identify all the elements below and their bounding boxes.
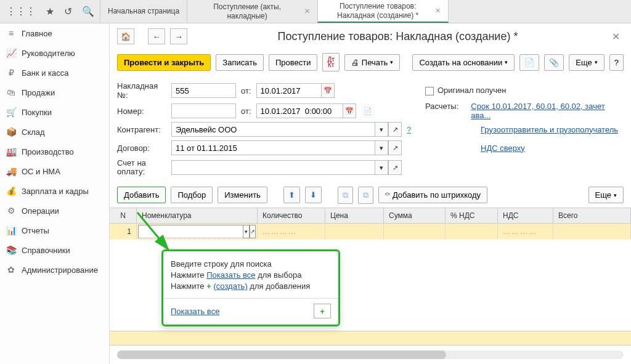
dropdown-icon[interactable]: ▾ bbox=[243, 225, 250, 238]
sidebar-item-purchases[interactable]: 🛒Покупки bbox=[0, 102, 109, 122]
counterparty-field[interactable] bbox=[171, 122, 375, 137]
edit-button[interactable]: Изменить bbox=[218, 187, 267, 203]
cell-sum[interactable] bbox=[384, 224, 446, 240]
calendar-icon[interactable]: 📅 bbox=[343, 103, 356, 118]
create-link-inline[interactable]: (создать) bbox=[213, 281, 247, 291]
contract-field[interactable] bbox=[171, 140, 375, 155]
add-row-button[interactable]: Добавить bbox=[117, 187, 166, 203]
cell-qty[interactable]: ………… bbox=[258, 224, 325, 240]
col-vat-percent[interactable]: % НДС bbox=[446, 208, 498, 223]
sidebar-label: Администрирование bbox=[22, 265, 98, 275]
print-button[interactable]: 🖨 Печать ▾ bbox=[344, 54, 401, 71]
calendar-extra-icon[interactable]: 📄 bbox=[361, 103, 375, 118]
sidebar-item-manager[interactable]: 📈Руководителю bbox=[0, 43, 109, 63]
sidebar-label: Покупки bbox=[22, 108, 52, 117]
star-icon[interactable]: ★ bbox=[46, 6, 54, 17]
number-field[interactable] bbox=[171, 103, 236, 118]
search-icon[interactable]: 🔍 bbox=[82, 6, 94, 17]
cell-vatp[interactable] bbox=[446, 224, 498, 240]
cell-nomenclature[interactable]: ▾ ↗ bbox=[137, 224, 258, 240]
apps-icon[interactable]: ⋮⋮⋮ bbox=[6, 6, 36, 17]
select-button[interactable]: Подбор bbox=[171, 187, 213, 203]
table-row[interactable]: 1 ▾ ↗ ………… ………… bbox=[110, 224, 631, 240]
col-total[interactable]: Всего bbox=[553, 208, 631, 223]
more-button[interactable]: Еще ▾ bbox=[569, 54, 604, 71]
sidebar-item-reports[interactable]: 📊Отчеты bbox=[0, 220, 109, 240]
sidebar-item-payroll[interactable]: 💰Зарплата и кадры bbox=[0, 181, 109, 201]
col-sum[interactable]: Сумма bbox=[384, 208, 446, 223]
cell-price[interactable] bbox=[325, 224, 384, 240]
history-icon[interactable]: ↺ bbox=[64, 6, 72, 17]
back-button[interactable]: ← bbox=[148, 28, 165, 44]
nomenclature-input[interactable] bbox=[138, 225, 243, 238]
tab-receipts[interactable]: Поступление (акты, накладные)✕ bbox=[187, 0, 318, 23]
vat-link[interactable]: НДС сверху bbox=[481, 144, 525, 153]
show-all-link-inline[interactable]: Показать все bbox=[206, 270, 255, 280]
invoice-date-field[interactable] bbox=[256, 83, 321, 98]
sidebar-item-sales[interactable]: 🛍Продажи bbox=[0, 83, 109, 102]
paste-button[interactable]: ⧉ bbox=[358, 187, 373, 204]
sidebar-item-assets[interactable]: 🚚ОС и НМА bbox=[0, 161, 109, 181]
help-button[interactable]: ? bbox=[609, 54, 624, 71]
dtkt-button[interactable]: ДтКт bbox=[322, 53, 339, 71]
close-form-button[interactable]: ✕ bbox=[608, 31, 624, 42]
settlements-link[interactable]: Срок 10.01.2017, 60.01, 60.02, зачет ава… bbox=[471, 102, 624, 120]
topbar-icons: ⋮⋮⋮ ★ ↺ 🔍 bbox=[0, 0, 100, 23]
col-n[interactable]: N bbox=[110, 208, 137, 223]
sidebar-item-directories[interactable]: 📚Справочники bbox=[0, 240, 109, 260]
forward-button[interactable]: → bbox=[170, 28, 187, 44]
invoice-pay-field[interactable] bbox=[171, 160, 375, 175]
dropdown-icon[interactable]: ▾ bbox=[375, 122, 388, 137]
files-button[interactable]: 📄 bbox=[519, 54, 539, 71]
cell-total[interactable] bbox=[553, 224, 631, 240]
scrollbar-thumb[interactable] bbox=[117, 350, 446, 359]
bag-icon: 🛍 bbox=[6, 87, 16, 97]
copy-button[interactable]: ⧉ bbox=[338, 187, 353, 204]
dropdown-icon[interactable]: ▾ bbox=[375, 140, 388, 155]
col-quantity[interactable]: Количество bbox=[258, 208, 325, 223]
sidebar-item-bank[interactable]: ₽Банк и касса bbox=[0, 63, 109, 83]
hscrollbar[interactable] bbox=[117, 350, 624, 359]
sidebar-label: ОС и НМА bbox=[22, 167, 60, 176]
clip-button[interactable]: 📎 bbox=[544, 54, 564, 71]
cell-vat[interactable]: ………… bbox=[498, 224, 553, 240]
sidebar-item-stock[interactable]: 📦Склад bbox=[0, 122, 109, 142]
close-icon[interactable]: ✕ bbox=[435, 7, 441, 15]
close-icon[interactable]: ✕ bbox=[304, 7, 310, 15]
sidebar-item-main[interactable]: ≡Главное bbox=[0, 23, 109, 43]
sidebar-item-admin[interactable]: ✿Администрирование bbox=[0, 260, 109, 280]
sidebar-label: Банк и касса bbox=[22, 68, 69, 78]
calendar-icon[interactable]: 📅 bbox=[321, 83, 335, 98]
original-received-checkbox[interactable] bbox=[425, 87, 434, 95]
table-more-button[interactable]: Еще ▾ bbox=[588, 187, 624, 203]
create-plus-button[interactable]: + bbox=[314, 304, 331, 318]
open-icon[interactable]: ↗ bbox=[250, 225, 256, 238]
open-icon[interactable]: ↗ bbox=[388, 140, 402, 155]
tab-receipt-invoice[interactable]: Поступление товаров: Накладная (создание… bbox=[317, 0, 449, 23]
move-down-button[interactable]: ⬇ bbox=[305, 187, 322, 203]
post-button[interactable]: Провести bbox=[269, 54, 318, 71]
home-button[interactable]: 🏠 bbox=[117, 28, 134, 44]
original-received-label: Оригинал получен bbox=[438, 86, 506, 95]
show-all-link[interactable]: Показать все bbox=[171, 307, 219, 316]
dropdown-icon[interactable]: ▾ bbox=[375, 160, 388, 175]
box-icon: 📦 bbox=[6, 127, 16, 137]
open-icon[interactable]: ↗ bbox=[388, 122, 402, 137]
col-vat[interactable]: НДС bbox=[498, 208, 553, 223]
open-icon[interactable]: ↗ bbox=[388, 160, 402, 175]
counterparty-help[interactable]: ? bbox=[407, 125, 411, 134]
write-button[interactable]: Записать bbox=[216, 54, 264, 71]
col-price[interactable]: Цена bbox=[325, 208, 384, 223]
shipper-link[interactable]: Грузоотправитель и грузополучатель bbox=[481, 125, 618, 134]
move-up-button[interactable]: ⬆ bbox=[283, 187, 300, 203]
invoice-number-field[interactable] bbox=[171, 83, 236, 98]
tab-home[interactable]: Начальная страница bbox=[100, 0, 187, 23]
sidebar-item-production[interactable]: 🏭Производство bbox=[0, 142, 109, 161]
create-based-button[interactable]: Создать на основании ▾ bbox=[412, 54, 515, 71]
popup-hint-create: Нажмите + (создать) для добавления bbox=[171, 281, 331, 291]
post-and-close-button[interactable]: Провести и закрыть bbox=[117, 54, 211, 71]
number-date-field[interactable] bbox=[256, 103, 343, 118]
barcode-button[interactable]: ⌔ Добавить по штрихкоду bbox=[378, 187, 487, 203]
col-nomenclature[interactable]: Номенклатура bbox=[137, 208, 258, 223]
sidebar-item-operations[interactable]: ⚙Операции bbox=[0, 201, 109, 220]
